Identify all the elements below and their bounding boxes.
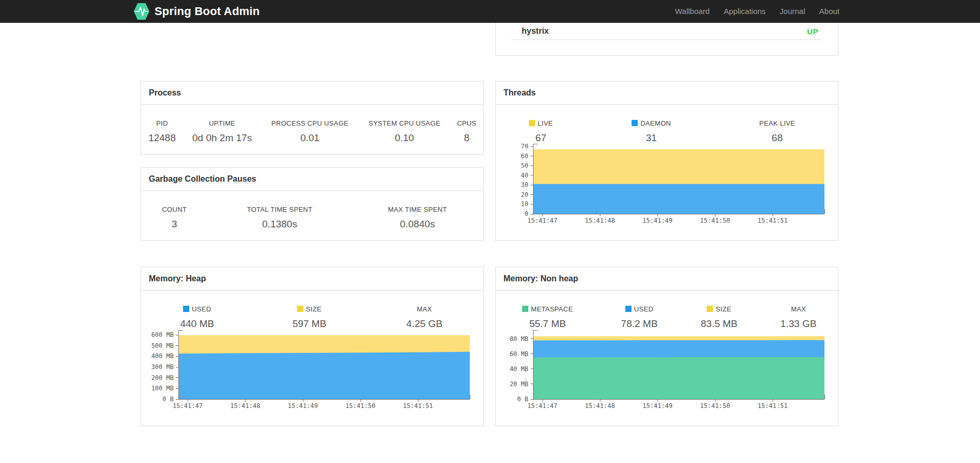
metric-label: PROCESS CPU USAGE xyxy=(261,105,359,127)
application-row[interactable]: hystrix UP xyxy=(511,23,822,40)
application-name[interactable]: hystrix xyxy=(522,26,549,36)
metric-value: 0.0840s xyxy=(352,213,483,230)
process-metrics: PID UPTIME PROCESS CPU USAGE SYSTEM CPU … xyxy=(141,105,483,144)
metric-value: 8 xyxy=(450,127,483,144)
svg-text:15:41:50: 15:41:50 xyxy=(700,402,730,410)
metric-label: PID xyxy=(141,105,183,127)
svg-text:60 MB: 60 MB xyxy=(510,350,528,358)
metric-value: 3 xyxy=(141,213,207,230)
memory-heap-chart: 0 B100 MB200 MB300 MB400 MB500 MB600 MB1… xyxy=(141,327,483,423)
svg-text:0: 0 xyxy=(525,210,528,217)
metric-value: 12488 xyxy=(141,127,183,144)
panel-title: Memory: Non heap xyxy=(496,267,838,291)
application-status-panel: hystrix UP xyxy=(495,23,838,56)
svg-text:15:41:50: 15:41:50 xyxy=(345,402,375,410)
svg-text:30: 30 xyxy=(521,181,528,188)
nav-item-applications[interactable]: Applications xyxy=(724,7,766,16)
nav-links: Wallboard Applications Journal About xyxy=(661,0,839,23)
legend-label: USED xyxy=(634,305,653,313)
legend-label: METASPACE xyxy=(531,305,573,313)
svg-text:600 MB: 600 MB xyxy=(151,331,174,338)
legend-label: USED xyxy=(192,305,211,313)
panel-title: Garbage Collection Pauses xyxy=(141,168,483,191)
legend-label: MAX xyxy=(791,305,806,313)
svg-text:40: 40 xyxy=(521,172,528,179)
used-series-swatch xyxy=(625,306,632,312)
svg-text:15:41:47: 15:41:47 xyxy=(173,402,203,410)
size-series-swatch xyxy=(707,306,713,312)
svg-text:40 MB: 40 MB xyxy=(510,365,528,373)
metaspace-series-swatch xyxy=(522,306,528,312)
brand-title: Spring Boot Admin xyxy=(155,5,260,18)
legend-label: SIZE xyxy=(716,305,731,313)
svg-text:15:41:50: 15:41:50 xyxy=(700,217,730,224)
svg-text:15:41:49: 15:41:49 xyxy=(288,402,318,410)
legend-item: MAX xyxy=(366,291,483,313)
live-series-swatch xyxy=(529,120,535,126)
metric-label: CPUS xyxy=(450,105,483,127)
metric-label: TOTAL TIME SPENT xyxy=(207,191,352,213)
threads-legend: LIVE DAEMON PEAK LIVE 67 31 68 xyxy=(496,105,838,144)
daemon-series-swatch xyxy=(632,120,638,126)
svg-text:15:41:48: 15:41:48 xyxy=(585,402,615,410)
legend-item: SIZE xyxy=(679,291,759,313)
svg-text:400 MB: 400 MB xyxy=(151,352,174,360)
used-series-swatch xyxy=(183,306,189,312)
metric-value: 0.01 xyxy=(261,127,359,144)
svg-text:60: 60 xyxy=(521,153,528,160)
legend-item: SIZE xyxy=(253,291,365,313)
legend-item: PEAK LIVE xyxy=(717,105,838,127)
svg-text:15:41:48: 15:41:48 xyxy=(230,402,260,410)
legend-label: MAX xyxy=(417,305,432,313)
legend-item: MAX xyxy=(759,291,838,313)
navbar: Spring Boot Admin Wallboard Applications… xyxy=(0,0,980,23)
svg-text:15:41:51: 15:41:51 xyxy=(758,402,788,410)
svg-text:15:41:47: 15:41:47 xyxy=(527,217,557,224)
svg-text:15:41:51: 15:41:51 xyxy=(758,217,788,224)
svg-text:20: 20 xyxy=(521,191,528,198)
nonheap-legend: METASPACE USED SIZE MAX 55.7 MB 78.2 MB … xyxy=(496,291,838,330)
svg-text:100 MB: 100 MB xyxy=(151,385,174,392)
brand[interactable]: Spring Boot Admin xyxy=(134,0,260,23)
gc-metrics: COUNT TOTAL TIME SPENT MAX TIME SPENT 3 … xyxy=(141,191,483,230)
svg-text:500 MB: 500 MB xyxy=(151,342,174,349)
legend-item: METASPACE xyxy=(496,291,599,313)
process-panel: Process PID UPTIME PROCESS CPU USAGE SYS… xyxy=(141,81,484,155)
metric-label: UPTIME xyxy=(183,105,261,127)
legend-item: USED xyxy=(141,291,253,313)
panel-title: Process xyxy=(141,81,483,105)
svg-text:300 MB: 300 MB xyxy=(151,363,174,371)
size-series-swatch xyxy=(297,306,303,312)
metric-value: 0.10 xyxy=(359,127,450,144)
svg-text:50: 50 xyxy=(521,162,528,169)
panel-title: Memory: Heap xyxy=(141,267,483,291)
status-badge: UP xyxy=(807,27,818,36)
nav-item-journal[interactable]: Journal xyxy=(780,7,805,16)
legend-label: PEAK LIVE xyxy=(759,119,795,127)
metric-label: COUNT xyxy=(141,191,207,213)
metric-label: MAX TIME SPENT xyxy=(352,191,483,213)
legend-label: LIVE xyxy=(538,119,553,127)
metric-value: 0d 0h 2m 17s xyxy=(183,127,261,144)
metric-label: SYSTEM CPU USAGE xyxy=(359,105,450,127)
svg-text:0 B: 0 B xyxy=(517,396,528,403)
memory-nonheap-chart: 0 B20 MB40 MB60 MB80 MB15:41:4715:41:481… xyxy=(496,327,838,423)
legend-item: USED xyxy=(599,291,679,313)
panel-title: Threads xyxy=(496,81,838,105)
threads-chart: 01020304050607015:41:4715:41:4815:41:491… xyxy=(496,139,838,237)
pulse-icon xyxy=(134,3,149,20)
svg-text:15:41:49: 15:41:49 xyxy=(642,217,673,224)
svg-text:15:41:47: 15:41:47 xyxy=(527,402,557,410)
nav-item-about[interactable]: About xyxy=(819,7,839,16)
heap-legend: USED SIZE MAX 440 MB 597 MB 4.25 GB xyxy=(141,291,483,330)
svg-text:200 MB: 200 MB xyxy=(151,374,174,382)
svg-text:15:41:49: 15:41:49 xyxy=(642,402,673,410)
legend-label: DAEMON xyxy=(640,119,671,127)
svg-text:0 B: 0 B xyxy=(162,396,174,403)
nav-item-wallboard[interactable]: Wallboard xyxy=(675,7,710,16)
svg-text:20 MB: 20 MB xyxy=(510,380,528,388)
svg-text:15:41:48: 15:41:48 xyxy=(585,217,615,224)
spring-boot-admin-logo-icon xyxy=(134,3,149,20)
legend-item: DAEMON xyxy=(586,105,717,127)
svg-text:15:41:51: 15:41:51 xyxy=(403,402,433,410)
